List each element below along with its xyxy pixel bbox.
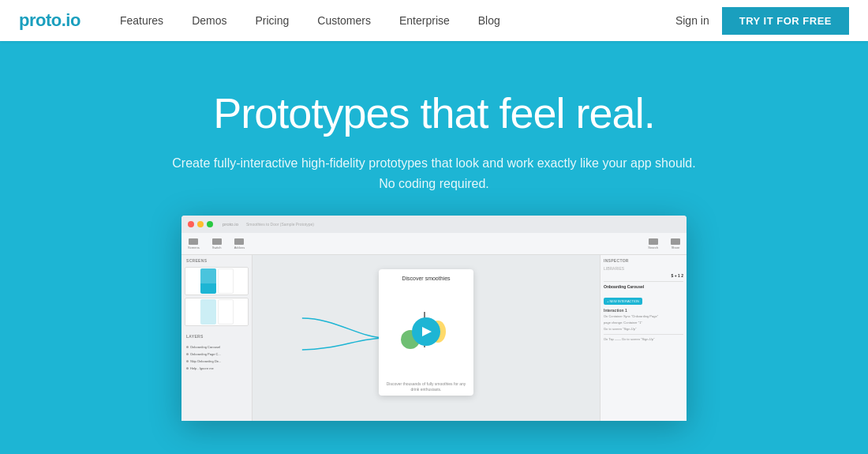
toolbar-search-icon xyxy=(649,238,658,245)
hero-subtitle-line1: Create fully-interactive high-fidelity p… xyxy=(172,153,695,174)
sidebar-layer-1-label: Onboarding Carousel xyxy=(190,345,220,349)
inspector-detail-2: page change: Container "1" xyxy=(604,321,683,325)
nav-link-enterprise[interactable]: Enterprise xyxy=(385,0,464,41)
sign-in-link[interactable]: Sign in xyxy=(675,14,709,27)
toolbar-section-addons: Addons xyxy=(234,238,245,250)
inspector-carousel-label: Onboarding Carousel xyxy=(604,284,683,289)
inspector-new-interaction-btn[interactable]: + NEW INTERACTION xyxy=(604,298,642,305)
sidebar-layer-1[interactable]: Onboarding Carousel xyxy=(186,343,247,351)
inspector-header: INSPECTOR xyxy=(604,258,683,263)
nav-links: Features Demos Pricing Customers Enterpr… xyxy=(106,0,675,41)
sidebar-layer-3[interactable]: Skip Onboarding De... xyxy=(186,358,247,365)
sidebar-thumb-1[interactable] xyxy=(185,267,249,295)
titlebar-minimize-dot xyxy=(197,221,204,227)
proto-card-title: Discover smoothies xyxy=(397,269,455,284)
proto-card-footer: Discover thousands of fully smoothies fo… xyxy=(379,378,473,396)
sidebar-layer-4[interactable]: Help - Ignore me xyxy=(186,365,247,372)
play-triangle-icon xyxy=(422,327,432,336)
sidebar-layer-3-label: Skip Onboarding De... xyxy=(190,359,221,363)
try-free-button[interactable]: TRY IT FOR FREE xyxy=(722,7,849,35)
inspector-price: $ + 1 2 xyxy=(604,273,683,278)
nav-link-customers[interactable]: Customers xyxy=(303,0,385,41)
hero-content: Prototypes that feel real. Create fully-… xyxy=(172,41,695,216)
inspector-divider-2 xyxy=(604,334,683,335)
proto-card: Discover smoothies xyxy=(379,269,473,396)
toolbar-switch-label: Switch xyxy=(212,246,222,250)
toolbar-share-label: Share xyxy=(672,246,680,250)
app-body: SCREENS LAYERS xyxy=(181,255,687,421)
sidebar-thumb-2[interactable] xyxy=(185,298,249,326)
sidebar-layer-2-label: Onboarding Page C... xyxy=(190,352,221,356)
thumb-screen-3 xyxy=(200,299,216,325)
app-inspector: INSPECTOR LIBRARIES $ + 1 2 Onboarding C… xyxy=(600,255,687,421)
sidebar-layer-2[interactable]: Onboarding Page C... xyxy=(186,351,247,358)
toolbar-search-label: Search xyxy=(648,246,658,250)
app-canvas: Discover smoothies xyxy=(253,255,600,421)
inspector-libraries-label: LIBRARIES xyxy=(604,266,683,271)
toolbar-section-screens: Screens xyxy=(188,238,200,250)
titlebar-close-dot xyxy=(188,221,194,227)
sidebar-screens-header: SCREENS xyxy=(181,255,252,265)
sidebar-layers-header: LAYERS xyxy=(181,331,252,340)
inspector-interaction-1: Interaction 1 xyxy=(604,308,683,313)
toolbar-share-icon xyxy=(671,238,680,245)
inspector-detail-1: On Container Sync "Onboarding Page" xyxy=(604,314,683,319)
inspector-divider-1 xyxy=(604,281,683,282)
app-sidebar: SCREENS LAYERS xyxy=(181,255,253,421)
app-toolbar: Screens Switch Addons Search Share xyxy=(181,233,687,255)
app-screenshot: proto.io Smoothies to Door (Sample Proto… xyxy=(181,216,687,421)
sidebar-layers-list: Onboarding Carousel Onboarding Page C...… xyxy=(181,340,252,375)
nav-right: Sign in TRY IT FOR FREE xyxy=(675,7,849,35)
proto-card-illustration xyxy=(379,284,473,378)
toolbar-switch-icon xyxy=(212,238,222,245)
app-titlebar: proto.io Smoothies to Door (Sample Proto… xyxy=(181,216,687,233)
nav-link-pricing[interactable]: Pricing xyxy=(241,0,303,41)
toolbar-section-search: Search xyxy=(648,238,658,250)
inspector-detail-3: Go to screen "Sign-Up" xyxy=(604,327,683,332)
play-button[interactable] xyxy=(412,317,440,346)
navbar: proto.io Features Demos Pricing Customer… xyxy=(0,0,868,41)
nav-link-features[interactable]: Features xyxy=(106,0,178,41)
toolbar-section-switch: Switch xyxy=(212,238,222,250)
toolbar-screens-icon xyxy=(189,238,198,245)
thumb-screen-2 xyxy=(218,268,234,294)
thumb-screen-1 xyxy=(200,268,216,294)
logo[interactable]: proto.io xyxy=(19,10,80,31)
titlebar-url: proto.io xyxy=(223,222,238,227)
toolbar-screens-label: Screens xyxy=(188,246,200,250)
toolbar-addons-label: Addons xyxy=(234,246,245,250)
titlebar-breadcrumb: Smoothies to Door (Sample Prototype) xyxy=(246,222,680,227)
hero-section: Prototypes that feel real. Create fully-… xyxy=(0,0,868,454)
thumb-screen-4 xyxy=(218,299,234,325)
app-screenshot-container: proto.io Smoothies to Door (Sample Proto… xyxy=(181,216,687,421)
inspector-interaction-2: On Tap —— Go to screen "Sign-Up" xyxy=(604,337,683,342)
logo-text: proto.io xyxy=(19,10,80,31)
toolbar-addons-icon xyxy=(234,238,244,245)
titlebar-expand-dot xyxy=(207,221,213,227)
toolbar-section-share: Share xyxy=(671,238,680,250)
hero-subtitle-line2: No coding required. xyxy=(172,174,695,194)
nav-link-blog[interactable]: Blog xyxy=(464,0,514,41)
thumb-screen-inner-1 xyxy=(200,268,216,283)
nav-link-demos[interactable]: Demos xyxy=(178,0,241,41)
hero-title: Prototypes that feel real. xyxy=(172,88,695,137)
sidebar-layer-4-label: Help - Ignore me xyxy=(190,366,214,370)
